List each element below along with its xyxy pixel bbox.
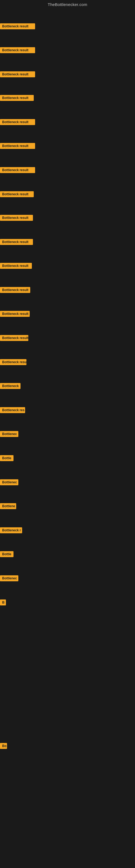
result-row-26: Bo (0, 743, 7, 750)
result-row-1: Bottleneck result (0, 23, 35, 30)
result-row-8: Bottleneck result (0, 191, 34, 198)
bottleneck-badge-3[interactable]: Bottleneck result (0, 71, 35, 77)
bottleneck-badge-18[interactable]: Bottlenec (0, 431, 18, 437)
result-row-4: Bottleneck result (0, 95, 34, 102)
bottleneck-badge-22[interactable]: Bottleneck r (0, 527, 22, 533)
result-row-15: Bottleneck resu (0, 359, 27, 366)
bottleneck-badge-10[interactable]: Bottleneck result (0, 239, 33, 245)
result-row-19: Bottle (0, 455, 13, 462)
bottleneck-badge-6[interactable]: Bottleneck result (0, 143, 35, 149)
result-row-18: Bottlenec (0, 431, 18, 438)
bottleneck-badge-21[interactable]: Bottlene (0, 503, 16, 509)
bottleneck-badge-9[interactable]: Bottleneck result (0, 215, 33, 221)
result-row-9: Bottleneck result (0, 215, 33, 222)
result-row-16: Bottleneck (0, 383, 20, 390)
bottleneck-badge-13[interactable]: Bottleneck result (0, 311, 30, 317)
result-row-3: Bottleneck result (0, 71, 35, 79)
result-row-6: Bottleneck result (0, 143, 35, 150)
result-row-24: Bottlenec (0, 575, 18, 582)
bottleneck-badge-17[interactable]: Bottleneck res (0, 407, 25, 413)
bottleneck-badge-15[interactable]: Bottleneck resu (0, 359, 27, 365)
result-row-13: Bottleneck result (0, 311, 30, 318)
result-row-20: Bottlenec (0, 479, 18, 486)
bottleneck-badge-14[interactable]: Bottleneck result (0, 335, 28, 341)
result-row-21: Bottlene (0, 503, 16, 510)
site-title: TheBottlenecker.com (48, 2, 87, 7)
bottleneck-badge-2[interactable]: Bottleneck result (0, 47, 35, 53)
result-row-10: Bottleneck result (0, 239, 33, 246)
result-row-23: Bottle (0, 551, 13, 558)
bottleneck-badge-23[interactable]: Bottle (0, 551, 13, 557)
result-row-14: Bottleneck result (0, 335, 28, 342)
bottleneck-badge-19[interactable]: Bottle (0, 455, 13, 461)
result-row-5: Bottleneck result (0, 119, 35, 126)
result-row-22: Bottleneck r (0, 527, 22, 534)
bottleneck-badge-11[interactable]: Bottleneck result (0, 263, 32, 269)
bottleneck-badge-8[interactable]: Bottleneck result (0, 191, 34, 197)
bottleneck-badge-24[interactable]: Bottlenec (0, 575, 18, 581)
bottleneck-badge-25[interactable]: B (0, 599, 6, 606)
result-row-7: Bottleneck result (0, 167, 35, 174)
result-row-2: Bottleneck result (0, 47, 35, 54)
bottleneck-badge-12[interactable]: Bottleneck result (0, 287, 30, 293)
site-header: TheBottlenecker.com (0, 0, 135, 8)
result-row-12: Bottleneck result (0, 287, 30, 294)
bottleneck-badge-26[interactable]: Bo (0, 743, 7, 749)
bottleneck-badge-4[interactable]: Bottleneck result (0, 95, 34, 101)
bottleneck-badge-16[interactable]: Bottleneck (0, 383, 20, 389)
result-row-11: Bottleneck result (0, 263, 32, 270)
bottleneck-badge-1[interactable]: Bottleneck result (0, 23, 35, 29)
bottleneck-badge-5[interactable]: Bottleneck result (0, 119, 35, 125)
bottleneck-badge-20[interactable]: Bottlenec (0, 479, 18, 485)
result-row-25: B (0, 599, 6, 607)
bottleneck-badge-7[interactable]: Bottleneck result (0, 167, 35, 173)
result-row-17: Bottleneck res (0, 407, 25, 414)
